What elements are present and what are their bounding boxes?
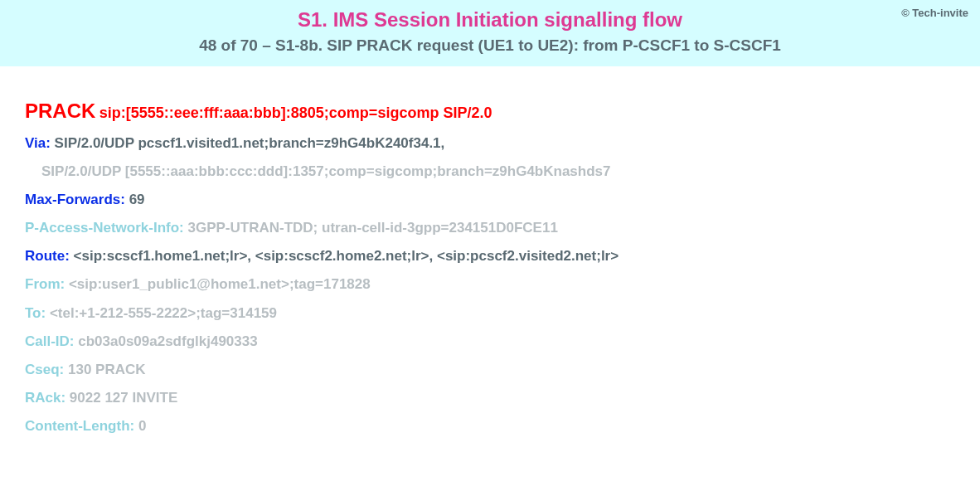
- sip-header-line: Max-Forwards: 69: [25, 191, 955, 209]
- sip-header-name: Via: [25, 135, 46, 151]
- sip-message-body: PRACK sip:[5555::eee:fff:aaa:bbb]:8805;c…: [0, 66, 980, 462]
- sip-header-line: To: <tel:+1-212-555-2222>;tag=314159: [25, 304, 955, 323]
- sip-header-colon: :: [60, 362, 68, 377]
- page-title: S1. IMS Session Initiation signalling fl…: [17, 8, 963, 32]
- sip-header-name: Cseq: [25, 362, 60, 377]
- copyright-label: © Tech-invite: [901, 7, 968, 19]
- sip-header-name: Content-Length: [25, 418, 130, 434]
- sip-header-value: <tel:+1-212-555-2222>;tag=314159: [50, 305, 277, 321]
- sip-header-line: Cseq: 130 PRACK: [25, 361, 955, 379]
- sip-header-colon: :: [61, 390, 69, 406]
- sip-header-continuation: SIP/2.0/UDP [5555::aaa:bbb:ccc:ddd]:1357…: [25, 163, 955, 181]
- sip-request-uri: sip:[5555::eee:fff:aaa:bbb]:8805;comp=si…: [99, 105, 492, 121]
- sip-header-line: Route: <sip:scscf1.home1.net;lr>, <sip:s…: [25, 247, 955, 265]
- sip-header-colon: :: [130, 418, 138, 434]
- sip-method: PRACK: [25, 100, 95, 122]
- sip-header-colon: :: [41, 305, 50, 321]
- sip-request-line: PRACK sip:[5555::eee:fff:aaa:bbb]:8805;c…: [25, 100, 955, 123]
- sip-header-colon: :: [120, 192, 129, 207]
- sip-header-value: SIP/2.0/UDP pcscf1.visited1.net;branch=z…: [55, 135, 445, 151]
- sip-header-name: To: [25, 305, 41, 321]
- sip-header-value: <sip:user1_public1@home1.net>;tag=171828: [69, 276, 371, 292]
- sip-header-value: cb03a0s09a2sdfglkj490333: [78, 333, 257, 349]
- sip-header-line: Via: SIP/2.0/UDP pcscf1.visited1.net;bra…: [25, 134, 955, 153]
- sip-header-continuation-value: SIP/2.0/UDP [5555::aaa:bbb:ccc:ddd]:1357…: [41, 163, 611, 179]
- sip-header-value: 9022 127 INVITE: [70, 390, 177, 406]
- sip-header-colon: :: [65, 248, 73, 264]
- header-panel: © Tech-invite S1. IMS Session Initiation…: [0, 0, 980, 66]
- sip-header-name: RAck: [25, 390, 61, 406]
- sip-header-value: 69: [129, 192, 145, 207]
- sip-header-value: 3GPP-UTRAN-TDD; utran-cell-id-3gpp=23415…: [188, 220, 558, 236]
- sip-header-value: <sip:scscf1.home1.net;lr>, <sip:scscf2.h…: [74, 248, 619, 264]
- sip-header-line: Call-ID: cb03a0s09a2sdfglkj490333: [25, 333, 955, 351]
- sip-header-name: P-Access-Network-Info: [25, 220, 179, 236]
- sip-header-line: RAck: 9022 127 INVITE: [25, 389, 955, 407]
- sip-header-colon: :: [61, 276, 69, 292]
- sip-header-value: 130 PRACK: [68, 362, 146, 377]
- sip-header-name: Call-ID: [25, 333, 70, 349]
- page-subtitle: 48 of 70 – S1-8b. SIP PRACK request (UE1…: [17, 36, 963, 55]
- sip-header-colon: :: [70, 333, 78, 349]
- sip-header-colon: :: [46, 135, 54, 151]
- sip-header-line: P-Access-Network-Info: 3GPP-UTRAN-TDD; u…: [25, 219, 955, 237]
- sip-header-name: Route: [25, 248, 65, 264]
- sip-header-name: From: [25, 276, 61, 292]
- sip-header-name: Max-Forwards: [25, 192, 120, 207]
- sip-header-value: 0: [138, 418, 146, 434]
- sip-header-line: Content-Length: 0: [25, 417, 955, 435]
- sip-header-colon: :: [179, 220, 187, 236]
- sip-headers: Via: SIP/2.0/UDP pcscf1.visited1.net;bra…: [25, 134, 955, 435]
- sip-header-line: From: <sip:user1_public1@home1.net>;tag=…: [25, 275, 955, 294]
